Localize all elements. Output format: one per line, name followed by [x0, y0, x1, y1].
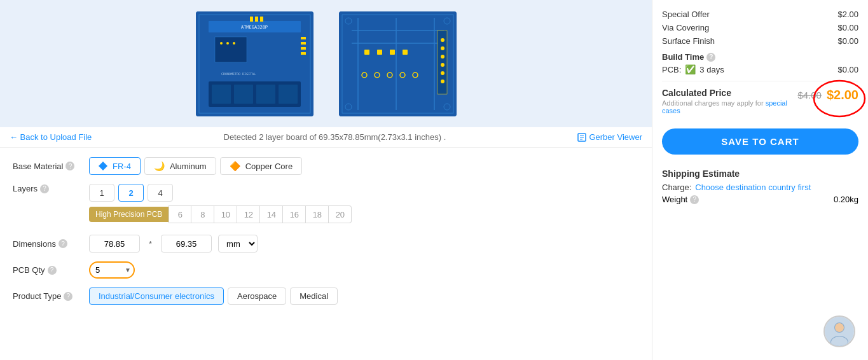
new-price: $2.00: [827, 88, 858, 102]
build-time-pcb: PCB: ✅ 3 days: [662, 64, 724, 74]
layers-options-wrap: 1 2 4 High Precision PCB 6 8 10 12 14 16…: [89, 184, 352, 226]
shipping-country-link[interactable]: Choose destination country first: [695, 183, 811, 192]
svg-rect-7: [234, 85, 253, 104]
build-time-label: Build Time ?: [662, 52, 858, 62]
pcb-image-front: ATMEGA328P: [196, 11, 313, 116]
svg-rect-4: [215, 37, 247, 62]
dimensions-row: Dimensions ? * mm inch: [13, 235, 639, 253]
surface-finish-value: $0.00: [837, 36, 858, 46]
product-type-options: Industrial/Consumer electronics Aerospac…: [89, 287, 338, 305]
hp-12-button[interactable]: 12: [237, 205, 260, 223]
svg-point-29: [441, 38, 444, 42]
calculated-price-section: Calculated Price Additional charges may …: [662, 81, 858, 114]
material-fr4-button[interactable]: FR-4: [89, 157, 141, 175]
svg-rect-38: [403, 50, 408, 55]
price-items-list: Special Offer $2.00 Via Covering $0.00 S…: [662, 10, 858, 46]
calc-price-row: $4.00 $2.00: [797, 88, 858, 102]
pcb-images-area: ATMEGA328P: [0, 0, 652, 127]
dimension-height-input[interactable]: [161, 235, 212, 253]
shipping-weight-row: Weight ? 0.20kg: [662, 195, 858, 204]
back-to-upload-link[interactable]: ← Back to Upload File: [10, 132, 92, 142]
avatar[interactable]: [823, 315, 855, 347]
fr4-diamond-icon: [99, 162, 107, 170]
high-precision-row: High Precision PCB 6 8 10 12 14 16 18 20: [89, 205, 352, 223]
product-industrial-button[interactable]: Industrial/Consumer electronics: [89, 287, 224, 305]
build-time-help[interactable]: ?: [706, 53, 715, 62]
via-covering-label: Via Covering: [662, 23, 709, 32]
layer-2-button[interactable]: 2: [118, 184, 144, 202]
product-aerospace-button[interactable]: Aerospace: [228, 287, 286, 305]
dimension-unit-select[interactable]: mm inch: [218, 235, 258, 253]
copper-icon: 🔶: [230, 161, 240, 171]
via-covering-value: $0.00: [837, 23, 858, 32]
material-aluminum-button[interactable]: 🌙 Aluminum: [144, 157, 216, 175]
svg-rect-19: [301, 52, 306, 55]
svg-rect-36: [377, 50, 382, 55]
price-special-offer: Special Offer $2.00: [662, 10, 858, 19]
options-area: Base Material ? FR-4 🌙 Aluminum 🔶 Copper…: [0, 148, 652, 323]
svg-rect-17: [301, 42, 306, 45]
svg-point-31: [441, 55, 444, 59]
svg-rect-13: [250, 17, 253, 22]
detected-text: Detected 2 layer board of 69.35x78.85mm(…: [224, 132, 446, 142]
old-price: $4.00: [797, 90, 822, 100]
hp-16-button[interactable]: 16: [283, 205, 306, 223]
svg-rect-18: [301, 47, 306, 50]
qty-dropdown-arrow: ▼: [125, 267, 131, 273]
dimension-width-input[interactable]: [89, 235, 140, 253]
build-time-price: $0.00: [837, 65, 858, 74]
hp-20-button[interactable]: 20: [329, 205, 352, 223]
layer-1-button[interactable]: 1: [89, 184, 114, 202]
gerber-icon: [577, 133, 586, 142]
hp-label: High Precision PCB: [89, 207, 169, 222]
pcb-qty-select[interactable]: 5 10 15 20 25 30 50 100: [93, 263, 125, 277]
svg-point-56: [835, 323, 844, 332]
hp-6-button[interactable]: 6: [169, 205, 191, 223]
layers-row: Layers ? 1 2 4 High Precision PCB 6 8 10…: [13, 184, 639, 226]
gerber-viewer-link[interactable]: Gerber Viewer: [577, 132, 642, 142]
surface-finish-label: Surface Finish: [662, 36, 715, 46]
product-medical-button[interactable]: Medical: [290, 287, 338, 305]
svg-rect-35: [364, 50, 369, 55]
build-time-check-icon: ✅: [685, 64, 696, 74]
svg-rect-16: [301, 37, 306, 39]
special-offer-label: Special Offer: [662, 10, 710, 19]
svg-point-10: [220, 42, 223, 45]
hp-14-button[interactable]: 14: [260, 205, 283, 223]
dimension-separator: *: [149, 239, 152, 249]
svg-point-32: [441, 63, 444, 67]
special-cases-note: Additional charges may apply for special…: [662, 99, 797, 114]
avatar-image: [825, 317, 854, 346]
right-sidebar: Special Offer $2.00 Via Covering $0.00 S…: [652, 0, 868, 360]
layers-label: Layers ?: [13, 184, 83, 193]
material-copper-button[interactable]: 🔶 Copper Core: [220, 157, 302, 175]
calculated-price-label: Calculated Price: [662, 88, 797, 98]
svg-text:CRONOMETRO DIGITAL: CRONOMETRO DIGITAL: [221, 72, 256, 76]
base-material-help[interactable]: ?: [65, 162, 74, 170]
layers-help[interactable]: ?: [40, 184, 49, 193]
svg-text:ATMEGA328P: ATMEGA328P: [240, 25, 267, 30]
build-time-section: Build Time ? PCB: ✅ 3 days $0.00: [662, 52, 858, 74]
shipping-charge-label: Charge:: [662, 183, 691, 192]
dimensions-help[interactable]: ?: [59, 239, 67, 248]
weight-label-wrap: Weight ?: [662, 195, 699, 204]
hp-10-button[interactable]: 10: [214, 205, 237, 223]
svg-point-33: [441, 71, 444, 75]
hp-18-button[interactable]: 18: [306, 205, 329, 223]
layer-4-button[interactable]: 4: [148, 184, 173, 202]
pcb-image-back: [339, 11, 457, 116]
svg-rect-9: [279, 85, 298, 104]
svg-point-30: [441, 46, 444, 50]
save-to-cart-button[interactable]: SAVE TO CART: [662, 128, 858, 155]
base-material-label: Base Material ?: [13, 162, 83, 171]
hp-8-button[interactable]: 8: [191, 205, 214, 223]
svg-point-12: [233, 42, 235, 45]
product-type-row: Product Type ? Industrial/Consumer elect…: [13, 287, 639, 305]
special-offer-value: $2.00: [837, 10, 858, 19]
pcb-qty-help[interactable]: ?: [48, 266, 57, 275]
weight-help[interactable]: ?: [690, 195, 699, 204]
back-bar: ← Back to Upload File Detected 2 layer b…: [0, 127, 652, 148]
product-type-help[interactable]: ?: [64, 292, 72, 301]
pcb-qty-label: PCB Qty ?: [13, 265, 83, 275]
base-material-options: FR-4 🌙 Aluminum 🔶 Copper Core: [89, 157, 302, 175]
